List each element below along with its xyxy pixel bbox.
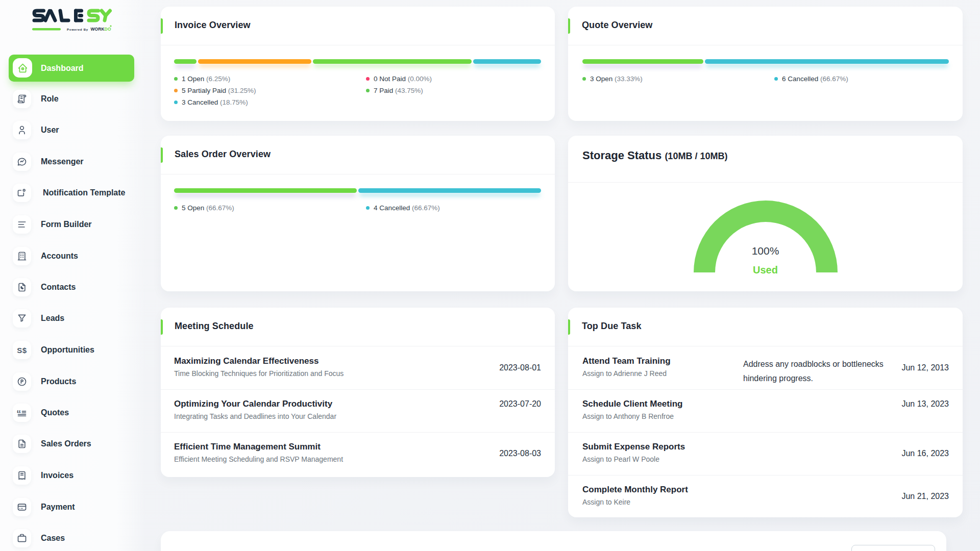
svg-text:Powered By: Powered By xyxy=(67,28,88,31)
svg-text:“: “ xyxy=(17,408,21,418)
svg-text:WORKDO: WORKDO xyxy=(91,27,112,32)
